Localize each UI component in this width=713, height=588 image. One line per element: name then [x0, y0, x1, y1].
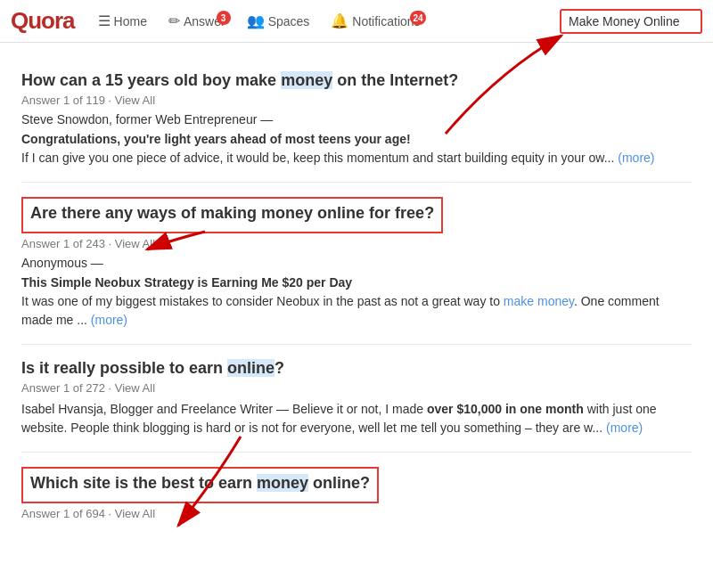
answer-badge: 3 — [217, 11, 231, 25]
result-3: Is it really possible to earn online? An… — [21, 345, 692, 453]
question-title-3[interactable]: Is it really possible to earn online? — [21, 359, 692, 378]
meta-3: Answer 1 of 272 · View All — [21, 381, 692, 395]
meta-2: Answer 1 of 243 · View All — [21, 237, 692, 250]
make-money-link[interactable]: make money — [504, 294, 574, 308]
search-box[interactable] — [560, 9, 702, 34]
question-title-1[interactable]: How can a 15 years old boy make money on… — [21, 71, 692, 90]
main-content: How can a 15 years old boy make money on… — [0, 43, 713, 554]
question-boxed-4: Which site is the best to earn money onl… — [21, 467, 379, 503]
nav-answer[interactable]: ✏ Answer 3 — [160, 7, 234, 35]
result-1: How can a 15 years old boy make money on… — [21, 57, 692, 183]
more-link-2[interactable]: (more) — [91, 313, 127, 327]
question-title-4[interactable]: Which site is the best to earn money onl… — [30, 474, 370, 493]
view-all-2[interactable]: View All — [115, 237, 155, 250]
quora-logo[interactable]: Quora — [11, 7, 75, 35]
answer-bold-2: This Simple Neobux Strategy is Earning M… — [21, 274, 692, 292]
highlight-money-4: money — [257, 474, 308, 492]
navigation: Quora ☰ Home ✏ Answer 3 👥 Spaces 🔔 Notif… — [0, 0, 713, 43]
nav-home-label: Home — [114, 14, 147, 29]
highlight-money-1: money — [281, 71, 332, 89]
answer-bold-1: Congratulations, you're light years ahea… — [21, 130, 692, 149]
meta-1: Answer 1 of 119 · View All — [21, 94, 692, 107]
answer-body-3: Isabel Hvansja, Blogger and Freelance Wr… — [21, 400, 692, 437]
highlight-online-3: online — [227, 359, 275, 377]
home-icon: ☰ — [98, 12, 111, 29]
nav-home[interactable]: ☰ Home — [89, 7, 156, 35]
author-2: Anonymous — — [21, 256, 692, 270]
answer-icon: ✏ — [168, 12, 180, 29]
view-all-3[interactable]: View All — [115, 381, 155, 395]
answer-body-2: It was one of my biggest mistakes to con… — [21, 292, 692, 330]
answer-body-1: If I can give you one piece of advice, i… — [21, 149, 692, 167]
notifications-badge: 24 — [410, 11, 425, 25]
more-link-1[interactable]: (more) — [618, 151, 654, 165]
question-boxed-2: Are there any ways of making money onlin… — [21, 197, 443, 233]
result-4: Which site is the best to earn money onl… — [21, 453, 692, 540]
search-input[interactable] — [569, 14, 693, 29]
nav-notifications[interactable]: 🔔 Notifications 24 — [322, 7, 429, 35]
more-link-3[interactable]: (more) — [606, 421, 643, 435]
meta-4: Answer 1 of 694 · View All — [21, 507, 692, 520]
bell-icon: 🔔 — [331, 12, 348, 29]
spaces-icon: 👥 — [247, 12, 265, 29]
nav-spaces-label: Spaces — [268, 14, 310, 29]
author-1: Steve Snowdon, former Web Entrepreneur — — [21, 112, 692, 127]
result-2: Are there any ways of making money onlin… — [21, 183, 692, 345]
nav-spaces[interactable]: 👥 Spaces — [238, 7, 319, 35]
view-all-1[interactable]: View All — [115, 94, 155, 107]
view-all-4[interactable]: View All — [115, 507, 155, 520]
question-title-2[interactable]: Are there any ways of making money onlin… — [30, 204, 434, 223]
